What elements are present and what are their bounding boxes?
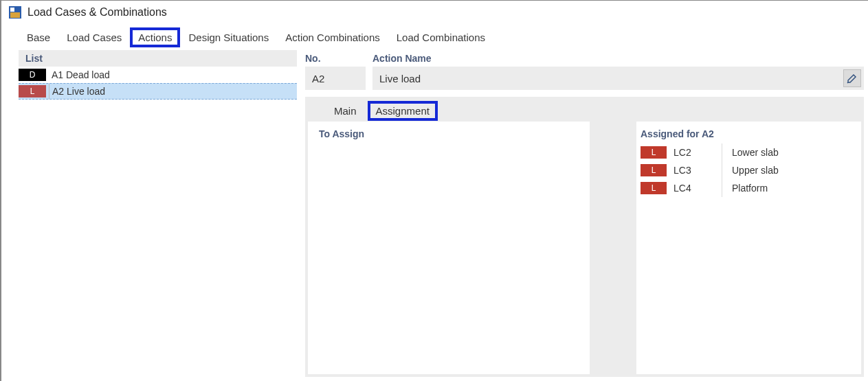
detail-subtabs: Main Assignment	[305, 97, 864, 122]
assignment-area: To Assign Assigned for A2 L LC2 Lower sl…	[305, 122, 864, 377]
to-assign-header: To Assign	[308, 122, 590, 141]
badge-live-icon: L	[19, 85, 46, 97]
app-icon	[8, 5, 22, 19]
tab-load-combinations[interactable]: Load Combinations	[388, 27, 493, 47]
assigned-code: LC4	[674, 183, 722, 194]
name-block: Action Name Live load	[372, 50, 864, 90]
subtab-assignment[interactable]: Assignment	[368, 101, 438, 121]
edit-name-button[interactable]	[843, 69, 861, 87]
to-assign-panel: To Assign	[308, 122, 590, 374]
list-item-a2[interactable]: L A2 Live load	[19, 83, 297, 100]
main-tabs: Base Load Cases Actions Design Situation…	[1, 24, 868, 50]
svg-rect-1	[10, 12, 20, 18]
tab-base[interactable]: Base	[19, 27, 58, 47]
tab-design-situations[interactable]: Design Situations	[180, 27, 277, 47]
assigned-row-lc2[interactable]: L LC2 Lower slab	[636, 143, 861, 161]
list-header: List	[19, 50, 297, 67]
assigned-list: L LC2 Lower slab L LC3 Upper slab L LC4	[636, 141, 861, 197]
badge-dead-icon: D	[19, 69, 46, 81]
badge-live-icon: L	[641, 182, 667, 194]
assigned-header: Assigned for A2	[636, 122, 861, 141]
assigned-desc: Lower slab	[732, 147, 779, 158]
body-area: List D A1 Dead load L A2 Live load No. A…	[1, 50, 868, 381]
badge-live-icon: L	[641, 146, 667, 159]
pencil-icon	[847, 73, 858, 84]
assigned-desc: Platform	[732, 183, 768, 194]
app-window: Load Cases & Combinations Base Load Case…	[0, 0, 868, 381]
detail-panel: No. A2 Action Name Live load	[305, 50, 864, 377]
no-block: No. A2	[305, 50, 366, 90]
list-body: D A1 Dead load L A2 Live load	[19, 67, 297, 377]
name-label: Action Name	[372, 50, 864, 64]
window-title: Load Cases & Combinations	[27, 6, 167, 19]
no-label: No.	[305, 50, 366, 64]
assign-gap	[592, 122, 634, 374]
list-item-label: A1 Dead load	[49, 69, 110, 80]
subtab-main[interactable]: Main	[326, 101, 365, 121]
tab-load-cases[interactable]: Load Cases	[58, 27, 130, 47]
assigned-panel: Assigned for A2 L LC2 Lower slab L LC3 U…	[636, 122, 861, 374]
list-item-a1[interactable]: D A1 Dead load	[19, 67, 297, 83]
tab-actions[interactable]: Actions	[130, 27, 180, 47]
assigned-code: LC3	[674, 165, 722, 176]
list-panel: List D A1 Dead load L A2 Live load	[19, 50, 297, 377]
assigned-code: LC2	[674, 147, 722, 158]
no-value: A2	[305, 67, 366, 90]
name-value-field[interactable]: Live load	[372, 67, 864, 90]
assigned-row-lc3[interactable]: L LC3 Upper slab	[636, 161, 861, 179]
title-bar: Load Cases & Combinations	[1, 1, 868, 24]
assigned-row-lc4[interactable]: L LC4 Platform	[636, 179, 861, 197]
list-item-label: A2 Live load	[49, 86, 105, 97]
name-value-text: Live load	[379, 73, 421, 84]
detail-header-row: No. A2 Action Name Live load	[305, 50, 864, 90]
badge-live-icon: L	[641, 164, 667, 176]
assigned-desc: Upper slab	[732, 165, 779, 176]
tab-action-combinations[interactable]: Action Combinations	[277, 27, 388, 47]
svg-rect-2	[10, 8, 14, 12]
